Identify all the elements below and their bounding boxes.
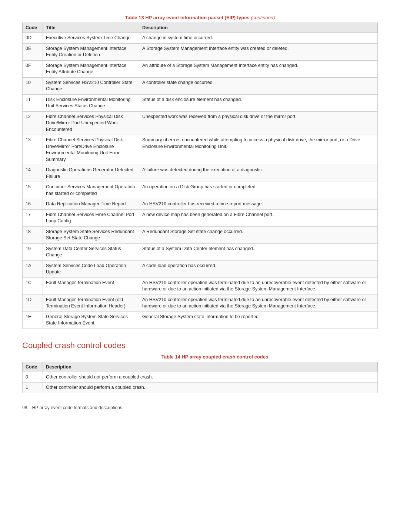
cell-title: System Services Code Load Operation Upda…: [43, 260, 139, 277]
cell-description: A Storage System Management Interface en…: [139, 43, 378, 60]
cell-description: An HSV210 controller has received a time…: [139, 199, 378, 210]
cell-title: System Data Center Services Status Chang…: [43, 243, 139, 260]
page-number: 98: [22, 405, 27, 410]
cell-code: 1A: [23, 260, 43, 277]
cell-title: Executive Services System Time Change: [43, 33, 139, 44]
cell-code: 17: [23, 209, 43, 226]
cell-code: 15: [23, 182, 43, 199]
table-row: 11 Disk Enclosure Environmental Monitori…: [23, 94, 378, 111]
table-row: 14 Diagnostic Operations Generator Detec…: [23, 165, 378, 182]
cell-description: A failure was detected during the execut…: [139, 165, 378, 182]
cell-code: 14: [23, 165, 43, 182]
cell-title: Storage System Management Interface Enti…: [43, 43, 139, 60]
cell-description: Unexpected work was received from a phys…: [139, 111, 378, 135]
cell-description: A Redundant Storage Set state change occ…: [139, 226, 378, 243]
table-row: 18 Storage System State Services Redunda…: [23, 226, 378, 243]
cell-title: Disk Enclosure Environmental Monitoring …: [43, 94, 139, 111]
table-row: 0D Executive Services System Time Change…: [23, 33, 378, 44]
cell-description: An HSV210 controller operation was termi…: [139, 277, 378, 294]
cell-description: An operation on a Disk Group has started…: [139, 182, 378, 199]
cell-code: 1C: [23, 277, 43, 294]
table-row: 15 Container Services Management Operati…: [23, 182, 378, 199]
cell-title: Fibre Channel Services Physical Disk Dri…: [43, 111, 139, 135]
cell-code: 0E: [23, 43, 43, 60]
cell-code: 13: [23, 135, 43, 165]
cell-code: 1D: [23, 294, 43, 312]
cell-title: System Services HSV210 Controller State …: [43, 77, 139, 94]
header-code: Code: [23, 23, 43, 33]
cell-description: A change in system time occurred.: [139, 33, 378, 44]
cell-title: Fibre Channel Services Physical Disk Dri…: [43, 135, 139, 165]
cell-title: General Storage System State Services St…: [43, 312, 139, 329]
header2-description: Description: [43, 362, 378, 372]
table13-title-text: Table 13 HP array event information pack…: [125, 15, 250, 20]
cell-code: 1: [23, 383, 43, 393]
table13: Code Title Description 0D Executive Serv…: [22, 23, 378, 329]
table14-title-text: Table 14 HP array coupled crash control …: [161, 354, 269, 360]
table13-title: Table 13 HP array event information pack…: [22, 15, 378, 20]
cell-code: 18: [23, 226, 43, 243]
cell-description: A controller state change occurred.: [139, 77, 378, 94]
cell-description: Status of a disk enclosure element has c…: [139, 94, 378, 111]
table-row: 1E General Storage System State Services…: [23, 312, 378, 329]
cell-code: 11: [23, 94, 43, 111]
cell-code: 19: [23, 243, 43, 260]
cell-title: Fibre Channel Services Fibre Channel Por…: [43, 209, 139, 226]
cell-code: 0F: [23, 60, 43, 77]
cell-code: 0: [23, 372, 43, 383]
table-row: 12 Fibre Channel Services Physical Disk …: [23, 111, 378, 135]
cell-description: Other controller should perform a couple…: [43, 383, 378, 393]
cell-description: An attribute of a Storage System Managem…: [139, 60, 378, 77]
table-row: 19 System Data Center Services Status Ch…: [23, 243, 378, 260]
table-row: 1A System Services Code Load Operation U…: [23, 260, 378, 277]
cell-description: Status of a System Data Center element h…: [139, 243, 378, 260]
cell-description: A code load operation has occurred.: [139, 260, 378, 277]
header2-code: Code: [23, 362, 43, 372]
footer-text: HP array event code formats and descript…: [32, 405, 122, 410]
cell-description: Summary of errors encountered while atte…: [139, 135, 378, 165]
cell-code: 1E: [23, 312, 43, 329]
table13-continued: (continued): [251, 15, 275, 20]
table-row: 1 Other controller should perform a coup…: [23, 383, 378, 393]
cell-description: A new device map has been generated on a…: [139, 209, 378, 226]
cell-description: Other controller should not perform a co…: [43, 372, 378, 383]
table14-title: Table 14 HP array coupled crash control …: [22, 354, 378, 360]
header-description: Description: [139, 23, 378, 33]
cell-description: General Storage System state information…: [139, 312, 378, 329]
cell-title: Storage System State Services Redundant …: [43, 226, 139, 243]
table-row: 0F Storage System Management Interface E…: [23, 60, 378, 77]
header-title: Title: [43, 23, 139, 33]
table-row: 1D Fault Manager Termination Event (old …: [23, 294, 378, 312]
footer: 98 HP array event code formats and descr…: [22, 405, 378, 410]
table-row: 1C Fault Manager Termination Event An HS…: [23, 277, 378, 294]
table-row: 17 Fibre Channel Services Fibre Channel …: [23, 209, 378, 226]
cell-title: Fault Manager Termination Event: [43, 277, 139, 294]
table-row: 16 Data Replication Manager Time Report …: [23, 199, 378, 210]
table-row: 0 Other controller should not perform a …: [23, 372, 378, 383]
section-title: Coupled crash control codes: [22, 341, 378, 350]
table-row: 10 System Services HSV210 Controller Sta…: [23, 77, 378, 94]
cell-code: 12: [23, 111, 43, 135]
cell-title: Data Replication Manager Time Report: [43, 199, 139, 210]
cell-title: Diagnostic Operations Generator Detected…: [43, 165, 139, 182]
table14: Code Description 0 Other controller shou…: [22, 362, 378, 393]
cell-code: 16: [23, 199, 43, 210]
cell-code: 0D: [23, 33, 43, 44]
cell-code: 10: [23, 77, 43, 94]
cell-description: An HSV210 controller operation was termi…: [139, 294, 378, 312]
cell-title: Fault Manager Termination Event (old Ter…: [43, 294, 139, 312]
cell-title: Storage System Management Interface Enti…: [43, 60, 139, 77]
table-row: 0E Storage System Management Interface E…: [23, 43, 378, 60]
table-row: 13 Fibre Channel Services Physical Disk …: [23, 135, 378, 165]
cell-title: Container Services Management Operation …: [43, 182, 139, 199]
